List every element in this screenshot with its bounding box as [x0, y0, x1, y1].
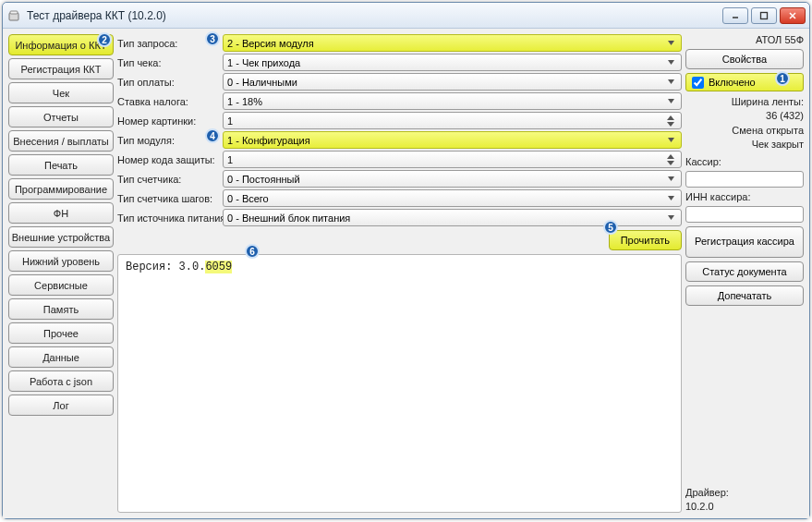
reprint-button[interactable]: Допечатать	[685, 285, 804, 306]
read-button-label: Прочитать	[621, 235, 670, 246]
sidebar-item-cash-in-out[interactable]: Внесения / выплаты	[8, 130, 114, 152]
picture-no-label: Номер картинки:	[117, 115, 219, 127]
request-type-select[interactable]: 2 - Версия модуля	[223, 34, 682, 52]
chevron-down-icon	[664, 213, 677, 222]
inn-input[interactable]	[685, 206, 804, 223]
sidebar-item-print[interactable]: Печать	[8, 154, 114, 176]
sidebar-item-reports[interactable]: Отчеты	[8, 106, 114, 127]
step-counter-type-select[interactable]: 0 - Всего	[223, 189, 682, 207]
sidebar-item-other[interactable]: Прочее	[8, 322, 114, 344]
request-type-label: Тип запроса:	[117, 38, 219, 49]
module-type-select[interactable]: 1 - Конфигурация	[223, 131, 682, 149]
doc-status-button[interactable]: Статус документа	[685, 261, 804, 282]
counter-type-value: 0 - Постоянный	[227, 174, 300, 185]
svg-marker-15	[668, 176, 674, 181]
register-cashier-button[interactable]: Регистрация кассира	[685, 226, 804, 258]
receipt-type-select[interactable]: 1 - Чек прихода	[223, 54, 682, 71]
step-counter-type-value: 0 - Всего	[227, 193, 269, 204]
minimize-button[interactable]	[722, 7, 748, 24]
sidebar-item-receipt[interactable]: Чек	[8, 82, 114, 103]
spinner-icon[interactable]	[664, 115, 677, 127]
enabled-checkbox-input[interactable]	[692, 77, 704, 89]
spinner-icon[interactable]	[664, 153, 677, 165]
sidebar-item-registration[interactable]: Регистрация ККТ	[8, 58, 114, 79]
properties-button-label: Свойства	[722, 54, 767, 65]
svg-marker-7	[668, 60, 674, 65]
svg-rect-1	[10, 11, 18, 14]
picture-no-input[interactable]: 1	[223, 112, 682, 129]
sidebar-item-fn[interactable]: ФН	[8, 202, 114, 224]
chevron-down-icon	[664, 97, 677, 105]
picture-no-value: 1	[227, 115, 233, 127]
app-icon	[6, 8, 21, 23]
power-source-type-label: Тип источника питания:	[117, 212, 219, 224]
sidebar-item-label: Сервисные	[34, 280, 88, 291]
protection-code-no-value: 1	[227, 154, 233, 165]
sidebar-item-label: Прочее	[43, 328, 79, 339]
svg-marker-14	[667, 161, 674, 165]
payment-type-select[interactable]: 0 - Наличными	[223, 73, 682, 91]
window: Тест драйвера ККТ (10.2.0) 1 2 3 4 5 6 И…	[2, 2, 810, 519]
annotation-5: 5	[603, 220, 618, 235]
chevron-down-icon	[664, 58, 677, 67]
properties-button[interactable]: Свойства	[685, 49, 804, 69]
svg-marker-9	[668, 99, 674, 103]
protection-code-no-label: Номер кода защиты:	[117, 154, 219, 165]
enabled-checkbox-label: Включено	[709, 77, 756, 88]
sidebar-item-log[interactable]: Лог	[8, 395, 114, 416]
sidebar-item-service[interactable]: Сервисные	[8, 274, 114, 296]
close-button[interactable]	[780, 7, 806, 24]
sidebar-item-label: Отчеты	[43, 112, 79, 123]
protection-code-no-input[interactable]: 1	[223, 151, 682, 168]
reprint-label: Допечатать	[718, 290, 772, 301]
chevron-down-icon	[664, 39, 677, 47]
form: Тип запроса: 2 - Версия модуля Тип чека:…	[117, 34, 682, 226]
receipt-type-value: 1 - Чек прихода	[227, 57, 300, 68]
sidebar-item-label: Внесения / выплаты	[13, 136, 108, 147]
sidebar-item-label: Работа с json	[30, 376, 92, 387]
doc-status-label: Статус документа	[702, 266, 786, 277]
module-type-value: 1 - Конфигурация	[227, 135, 310, 146]
sidebar-item-label: Лог	[53, 400, 68, 411]
step-counter-type-label: Тип счетчика шагов:	[117, 193, 219, 204]
driver-info: Драйвер: 10.2.0	[685, 486, 804, 513]
tax-rate-select[interactable]: 1 - 18%	[223, 92, 682, 110]
sidebar-item-label: Внешние устройства	[12, 232, 110, 243]
output-area: Версия: 3.0.6059	[117, 254, 682, 513]
inn-label: ИНН кассира:	[685, 191, 804, 202]
cashier-input[interactable]	[685, 171, 804, 188]
svg-marker-17	[668, 215, 674, 220]
annotation-1: 1	[775, 71, 790, 86]
right-panel: АТОЛ 55Ф Свойства Включено Ширина ленты:…	[685, 34, 804, 513]
counter-type-select[interactable]: 0 - Постоянный	[223, 170, 682, 188]
sidebar-item-label: Регистрация ККТ	[21, 64, 102, 75]
content: 1 2 3 4 5 6 Информация о ККТ Регистрация…	[3, 29, 809, 518]
svg-marker-8	[668, 79, 674, 84]
svg-marker-13	[667, 154, 674, 159]
payment-type-value: 0 - Наличными	[227, 77, 297, 88]
register-cashier-label: Регистрация кассира	[695, 236, 794, 248]
main-column: Тип запроса: 2 - Версия модуля Тип чека:…	[117, 34, 682, 513]
annotation-3: 3	[205, 31, 220, 46]
action-row: Прочитать	[117, 226, 682, 254]
sidebar: Информация о ККТ Регистрация ККТ Чек Отч…	[8, 34, 114, 513]
sidebar-item-external-devices[interactable]: Внешние устройства	[8, 226, 114, 248]
tape-width-label: Ширина ленты:	[732, 96, 804, 107]
window-title: Тест драйвера ККТ (10.2.0)	[27, 9, 166, 22]
sidebar-item-memory[interactable]: Память	[8, 298, 114, 320]
tape-width-value: 36 (432)	[766, 110, 804, 121]
shift-status: Смена открыта	[732, 125, 804, 136]
sidebar-item-low-level[interactable]: Нижний уровень	[8, 250, 114, 272]
sidebar-item-json[interactable]: Работа с json	[8, 370, 114, 392]
maximize-button[interactable]	[751, 7, 777, 24]
sidebar-item-programming[interactable]: Программирование	[8, 178, 114, 200]
driver-label: Драйвер:	[685, 486, 804, 499]
sidebar-item-label: Память	[43, 304, 79, 315]
read-button[interactable]: Прочитать	[609, 230, 682, 250]
sidebar-item-data[interactable]: Данные	[8, 346, 114, 368]
status-block: Ширина ленты: 36 (432) Смена открыта Чек…	[685, 95, 804, 152]
svg-marker-6	[668, 41, 674, 45]
chevron-down-icon	[664, 136, 677, 144]
request-type-value: 2 - Версия модуля	[227, 38, 314, 49]
sidebar-item-label: Печать	[44, 160, 78, 171]
